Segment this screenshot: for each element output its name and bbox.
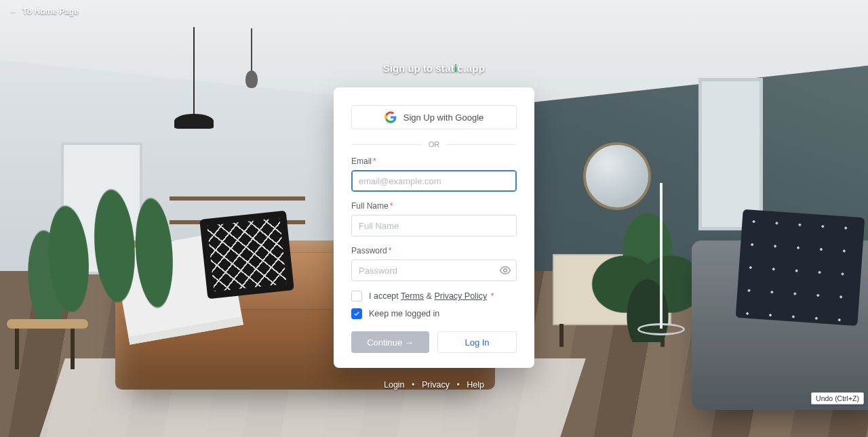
email-field[interactable] xyxy=(351,170,517,192)
arrow-left-icon: ← xyxy=(9,7,18,16)
footer-privacy-link[interactable]: Privacy xyxy=(422,380,450,390)
back-link-target: Home Page xyxy=(34,7,78,16)
footer-sep: • xyxy=(456,380,459,390)
email-required-mark: * xyxy=(373,157,376,166)
brand-suffix: .app xyxy=(463,62,485,74)
password-field[interactable] xyxy=(351,259,517,281)
login-button[interactable]: Log In xyxy=(437,331,517,353)
accept-terms-row: I accept Terms & Privacy Policy * xyxy=(351,291,517,301)
ampersand: & xyxy=(427,291,432,301)
keep-logged-in-checkbox[interactable] xyxy=(351,308,362,319)
fullname-required-mark: * xyxy=(390,201,393,211)
undo-hint-tooltip: Undo (Ctrl+Z) xyxy=(811,392,864,404)
privacy-policy-link[interactable]: Privacy Policy xyxy=(434,291,487,301)
back-link-prefix: To xyxy=(22,7,32,16)
password-label: Password* xyxy=(351,246,517,255)
footer-links: Login • Privacy • Help xyxy=(326,380,542,390)
google-icon xyxy=(384,111,397,123)
footer-login-link[interactable]: Login xyxy=(384,380,405,390)
footer-help-link[interactable]: Help xyxy=(467,380,484,390)
back-to-home-link[interactable]: ← To Home Page xyxy=(9,7,79,16)
brand-part-2: c xyxy=(458,62,464,74)
accept-terms-prefix: I accept xyxy=(369,291,399,301)
fullname-label-text: Full Name xyxy=(351,201,389,211)
footer-sep: • xyxy=(412,380,414,390)
keep-logged-label: Keep me logged in xyxy=(369,309,439,318)
google-signup-label: Sign Up with Google xyxy=(403,112,484,123)
or-divider: OR xyxy=(351,140,517,148)
email-label: Email* xyxy=(351,157,517,166)
toggle-password-visibility-icon[interactable] xyxy=(499,264,511,276)
or-divider-text: OR xyxy=(429,140,440,148)
svg-point-0 xyxy=(504,269,507,272)
email-label-text: Email xyxy=(351,157,372,166)
fullname-label: Full Name* xyxy=(351,201,517,211)
page-title-prefix: Sign up to xyxy=(383,62,433,74)
brand-part-1: stat xyxy=(435,62,454,74)
password-required-mark: * xyxy=(389,246,392,255)
signup-card: Sign Up with Google OR Email* Full Name*… xyxy=(334,87,534,368)
page-title: Sign up to static.app xyxy=(326,62,542,74)
password-label-text: Password xyxy=(351,246,387,255)
terms-required-mark: * xyxy=(491,291,494,301)
accept-terms-checkbox[interactable] xyxy=(351,291,362,301)
terms-link[interactable]: Terms xyxy=(401,291,424,301)
keep-logged-row: Keep me logged in xyxy=(351,308,517,319)
google-signup-button[interactable]: Sign Up with Google xyxy=(351,105,517,129)
continue-button[interactable]: Continue → xyxy=(351,331,429,353)
fullname-field[interactable] xyxy=(351,215,517,236)
